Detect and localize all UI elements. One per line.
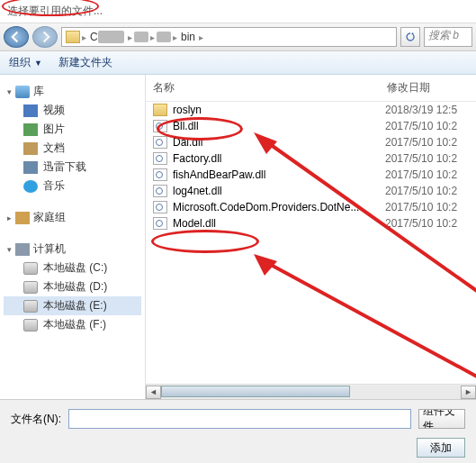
filename-label: 文件名(N): <box>11 412 61 427</box>
sidebar-item-video[interactable]: 视频 <box>4 101 141 120</box>
organize-menu[interactable]: 组织 ▼ <box>9 55 42 70</box>
homegroup-icon <box>15 212 30 224</box>
folder-icon <box>153 104 167 116</box>
download-icon <box>23 161 38 174</box>
title-bar: 选择要引用的文件... <box>0 0 476 23</box>
column-headers: 名称 修改日期 <box>146 75 476 102</box>
column-name[interactable]: 名称 <box>153 80 387 95</box>
content-pane: 名称 修改日期 roslyn2018/3/19 12:5Bll.dll2017/… <box>146 75 476 399</box>
sidebar-drive-d[interactable]: 本地磁盘 (D:) <box>4 277 141 296</box>
chevron-right-icon: ▸ <box>199 32 203 42</box>
music-icon <box>23 180 38 193</box>
picture-icon <box>23 123 38 136</box>
scroll-track[interactable] <box>161 386 461 399</box>
file-row[interactable]: roslyn2018/3/19 12:5 <box>146 102 476 118</box>
file-date: 2017/5/10 10:2 <box>385 201 457 213</box>
drive-icon <box>23 262 38 275</box>
breadcrumb-blurred[interactable] <box>157 32 171 42</box>
file-date: 2017/5/10 10:2 <box>385 185 457 197</box>
sidebar: ▾库 视频 图片 文档 迅雷下载 音乐 ▸家庭组 ▾计算机 本地磁盘 (C:) … <box>0 75 146 399</box>
file-row[interactable]: fishAndBearPaw.dll2017/5/10 10:2 <box>146 167 476 183</box>
video-icon <box>23 104 38 117</box>
breadcrumb-blurred[interactable] <box>134 32 148 42</box>
chevron-down-icon: ▼ <box>34 59 42 68</box>
new-folder-button[interactable]: 新建文件夹 <box>58 55 112 70</box>
dll-icon <box>153 217 167 230</box>
file-date: 2017/5/10 10:2 <box>385 120 457 132</box>
bottom-panel: 文件名(N): 组件文件 添加 <box>0 399 476 463</box>
search-input[interactable]: 搜索 b <box>424 27 472 47</box>
document-icon <box>23 142 38 155</box>
file-name: Model.dll <box>173 217 216 230</box>
dll-icon <box>153 120 167 132</box>
file-date: 2017/5/10 10:2 <box>385 168 457 181</box>
refresh-button[interactable] <box>400 27 420 47</box>
computer-icon <box>15 243 30 256</box>
scroll-thumb[interactable] <box>161 386 350 397</box>
chevron-right-icon: ▸ <box>150 32 155 42</box>
sidebar-item-documents[interactable]: 文档 <box>4 139 141 158</box>
folder-icon <box>66 31 80 43</box>
dll-icon <box>153 152 167 165</box>
sidebar-item-thunder[interactable]: 迅雷下载 <box>4 158 141 177</box>
sidebar-drive-f[interactable]: 本地磁盘 (F:) <box>4 315 141 334</box>
scroll-right-button[interactable]: ► <box>461 386 476 399</box>
horizontal-scrollbar: ◄ ► <box>146 384 476 399</box>
library-icon <box>15 86 30 98</box>
sidebar-drive-e[interactable]: 本地磁盘 (E:) <box>4 296 141 315</box>
file-date: 2018/3/19 12:5 <box>385 104 457 116</box>
column-date[interactable]: 修改日期 <box>387 80 469 95</box>
file-list: roslyn2018/3/19 12:5Bll.dll2017/5/10 10:… <box>146 102 476 384</box>
file-row[interactable]: Factory.dll2017/5/10 10:2 <box>146 150 476 167</box>
window-title: 选择要引用的文件... <box>7 5 103 17</box>
breadcrumb-bin[interactable]: bin <box>179 31 197 43</box>
filename-input[interactable] <box>68 409 411 429</box>
toolbar: 组织 ▼ 新建文件夹 <box>0 51 476 75</box>
sidebar-libraries[interactable]: ▾库 <box>4 82 141 101</box>
file-row[interactable]: Microsoft.CodeDom.Providers.DotNe...2017… <box>146 199 476 215</box>
chevron-right-icon: ▸ <box>7 213 12 222</box>
drive-icon <box>23 281 38 294</box>
file-name: fishAndBearPaw.dll <box>173 168 265 181</box>
add-button[interactable]: 添加 <box>417 438 465 458</box>
sidebar-homegroup[interactable]: ▸家庭组 <box>4 208 141 227</box>
main-area: ▾库 视频 图片 文档 迅雷下载 音乐 ▸家庭组 ▾计算机 本地磁盘 (C:) … <box>0 75 476 399</box>
breadcrumb-seg[interactable]: Caa <box>88 31 126 43</box>
dll-icon <box>153 168 167 181</box>
file-name: roslyn <box>173 104 202 116</box>
file-row[interactable]: Model.dll2017/5/10 10:2 <box>146 215 476 232</box>
filetype-filter[interactable]: 组件文件 <box>418 409 465 429</box>
back-button[interactable] <box>4 26 29 48</box>
file-row[interactable]: Dal.dll2017/5/10 10:2 <box>146 134 476 150</box>
forward-button[interactable] <box>32 26 58 48</box>
dll-icon <box>153 185 167 197</box>
dll-icon <box>153 201 167 213</box>
file-date: 2017/5/10 10:2 <box>385 136 457 149</box>
scroll-left-button[interactable]: ◄ <box>146 386 161 399</box>
drive-icon <box>23 319 38 331</box>
chevron-right-icon: ▸ <box>128 32 132 42</box>
chevron-right-icon: ▸ <box>82 32 86 42</box>
file-row[interactable]: Bll.dll2017/5/10 10:2 <box>146 118 476 134</box>
file-row[interactable]: log4net.dll2017/5/10 10:2 <box>146 183 476 199</box>
chevron-down-icon: ▾ <box>7 245 12 254</box>
dll-icon <box>153 136 167 149</box>
file-date: 2017/5/10 10:2 <box>385 217 457 230</box>
file-name: Factory.dll <box>173 152 221 165</box>
sidebar-item-pictures[interactable]: 图片 <box>4 120 141 139</box>
file-name: Microsoft.CodeDom.Providers.DotNe... <box>173 201 359 213</box>
sidebar-drive-c[interactable]: 本地磁盘 (C:) <box>4 259 141 277</box>
chevron-right-icon: ▸ <box>173 32 177 42</box>
chevron-down-icon: ▾ <box>7 87 12 96</box>
address-bar[interactable]: ▸ Caa ▸ ▸ ▸ bin ▸ <box>61 27 397 47</box>
file-name: Dal.dll <box>173 136 202 149</box>
file-name: log4net.dll <box>173 185 222 197</box>
sidebar-item-music[interactable]: 音乐 <box>4 177 141 195</box>
drive-icon <box>23 300 38 313</box>
nav-bar: ▸ Caa ▸ ▸ ▸ bin ▸ 搜索 b <box>0 23 476 51</box>
file-name: Bll.dll <box>173 120 199 132</box>
sidebar-computer[interactable]: ▾计算机 <box>4 240 141 259</box>
file-date: 2017/5/10 10:2 <box>385 152 457 165</box>
